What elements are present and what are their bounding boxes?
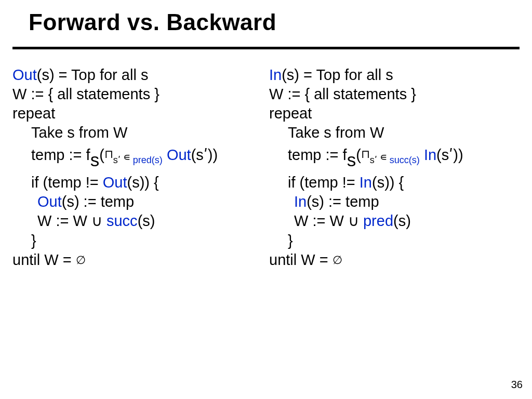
fwd-line-6: if (temp != Out(s)) {	[12, 173, 263, 192]
bwd-line-7: In(s) := temp	[269, 192, 520, 211]
out-call: Out	[12, 66, 37, 83]
fwd-line-5: temp := fs(⊓sʹ ∊ pred(s) Out(sʹ))	[12, 142, 263, 166]
fwd-line-9: }	[12, 231, 263, 250]
bwd-line-5: temp := fs(⊓sʹ ∊ succ(s) In(sʹ))	[269, 142, 520, 166]
in-call: In	[360, 174, 372, 191]
bwd-line-8: W := W ∪ pred(s)	[269, 211, 520, 231]
pred-call: pred	[363, 212, 393, 229]
out-call: Out	[37, 193, 62, 210]
union-icon: ∪	[348, 212, 359, 229]
in-call: In	[294, 193, 307, 210]
in-call: In	[269, 66, 282, 83]
fwd-line-7: Out(s) := temp	[12, 192, 263, 211]
element-of-icon: ∊	[123, 151, 130, 163]
bwd-line-1: In(s) = Top for all s	[269, 65, 520, 85]
fwd-line-3: repeat	[12, 104, 263, 123]
forward-column: Out(s) = Top for all s W := { all statem…	[12, 65, 266, 270]
emptyset-icon: ∅	[332, 254, 342, 267]
fwd-line-4: Take s from W	[12, 123, 263, 142]
backward-column: In(s) = Top for all s W := { all stateme…	[266, 65, 520, 270]
bwd-line-9: }	[269, 231, 520, 250]
succ-call: succ(s)	[390, 155, 420, 165]
fwd-line-8: W := W ∪ succ(s)	[12, 211, 263, 231]
meet-icon: ⊓	[361, 148, 370, 161]
bwd-line-4: Take s from W	[269, 123, 520, 142]
union-icon: ∪	[91, 212, 102, 229]
slide: Forward vs. Backward Out(s) = Top for al…	[0, 0, 532, 399]
pred-call: pred(s)	[133, 155, 163, 165]
page-number: 36	[511, 379, 523, 391]
spacer	[269, 166, 520, 173]
out-call: Out	[167, 147, 191, 163]
emptyset-icon: ∅	[76, 254, 86, 267]
element-of-icon: ∊	[380, 151, 387, 163]
in-call: In	[424, 147, 436, 163]
slide-title: Forward vs. Backward	[29, 9, 276, 35]
bwd-line-3: repeat	[269, 104, 520, 123]
title-rule	[12, 47, 520, 49]
content-columns: Out(s) = Top for all s W := { all statem…	[12, 65, 520, 270]
out-call: Out	[103, 174, 127, 191]
succ-call: succ	[107, 212, 138, 229]
spacer	[12, 166, 263, 173]
fwd-line-1: Out(s) = Top for all s	[12, 65, 263, 85]
bwd-line-10: until W = ∅	[269, 250, 520, 270]
bwd-line-6: if (temp != In(s)) {	[269, 173, 520, 192]
fwd-line-10: until W = ∅	[12, 250, 263, 270]
meet-icon: ⊓	[104, 148, 113, 161]
bwd-line-2: W := { all statements }	[269, 85, 520, 104]
fwd-line-2: W := { all statements }	[12, 85, 263, 104]
